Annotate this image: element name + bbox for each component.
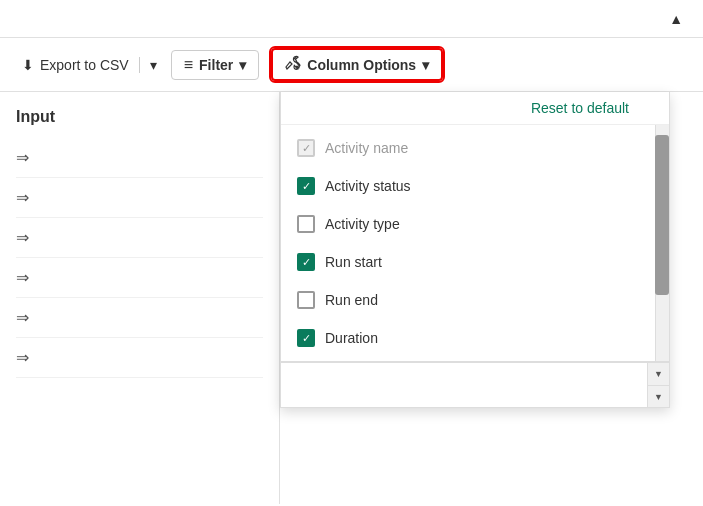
option-duration[interactable]: ✓ Duration xyxy=(281,319,669,357)
column-options-label: Column Options xyxy=(307,57,416,73)
scrollbar-track xyxy=(655,125,669,361)
row-icon: ⇒ xyxy=(16,308,29,327)
check-icon: ✓ xyxy=(302,332,311,345)
left-panel: Input ⇒ ⇒ ⇒ ⇒ ⇒ ⇒ xyxy=(0,92,280,504)
option-label: Activity status xyxy=(325,178,411,194)
checkbox-run-start[interactable]: ✓ xyxy=(297,253,315,271)
export-chevron-icon: ▾ xyxy=(150,57,157,73)
checkbox-run-end[interactable] xyxy=(297,291,315,309)
option-run-end[interactable]: Run end xyxy=(281,281,669,319)
scroll-down-arrow-icon[interactable]: ▼ xyxy=(647,363,669,385)
column-options-button[interactable]: Column Options ▾ xyxy=(271,48,443,81)
checkbox-activity-name[interactable]: ✓ xyxy=(297,139,315,157)
export-button[interactable]: ⬇ Export to CSV ▾ xyxy=(16,53,163,77)
option-activity-name[interactable]: ✓ Activity name xyxy=(281,129,669,167)
option-run-start[interactable]: ✓ Run start xyxy=(281,243,669,281)
list-item: ⇒ xyxy=(16,218,263,258)
row-icon: ⇒ xyxy=(16,268,29,287)
options-list: ✓ Activity name ✓ Activity status Activi… xyxy=(281,125,669,361)
reset-to-default-link[interactable]: Reset to default xyxy=(281,92,669,125)
column-options-chevron-icon: ▾ xyxy=(422,57,429,73)
list-item: ⇒ xyxy=(16,338,263,378)
row-icon: ⇒ xyxy=(16,348,29,367)
list-item: ⇒ xyxy=(16,178,263,218)
option-activity-status[interactable]: ✓ Activity status xyxy=(281,167,669,205)
option-label: Run start xyxy=(325,254,382,270)
content-area: Input ⇒ ⇒ ⇒ ⇒ ⇒ ⇒ Reset to default ✓ Act… xyxy=(0,92,703,504)
check-icon: ✓ xyxy=(302,256,311,269)
filter-label: Filter xyxy=(199,57,233,73)
input-label: Input xyxy=(16,108,263,126)
list-item: ⇒ xyxy=(16,138,263,178)
scroll-down-arrow-2-icon[interactable]: ▼ xyxy=(647,385,669,407)
chevron-up-icon[interactable]: ▲ xyxy=(669,11,683,27)
wrench-icon xyxy=(285,55,301,74)
list-item: ⇒ xyxy=(16,298,263,338)
row-icon: ⇒ xyxy=(16,188,29,207)
list-item: ⇒ xyxy=(16,258,263,298)
filter-icon: ≡ xyxy=(184,56,193,74)
filter-chevron-icon: ▾ xyxy=(239,57,246,73)
toolbar: ⬇ Export to CSV ▾ ≡ Filter ▾ Column Opti… xyxy=(0,38,703,92)
option-label: Activity name xyxy=(325,140,408,156)
checkbox-activity-type[interactable] xyxy=(297,215,315,233)
column-options-dropdown: Reset to default ✓ Activity name ✓ Activ… xyxy=(280,92,670,408)
check-icon: ✓ xyxy=(302,180,311,193)
option-label: Duration xyxy=(325,330,378,346)
option-activity-type[interactable]: Activity type xyxy=(281,205,669,243)
filter-button[interactable]: ≡ Filter ▾ xyxy=(171,50,260,80)
checkbox-duration[interactable]: ✓ xyxy=(297,329,315,347)
row-icon: ⇒ xyxy=(16,148,29,167)
export-icon: ⬇ xyxy=(22,57,34,73)
divider xyxy=(139,57,140,73)
option-label: Run end xyxy=(325,292,378,308)
check-icon: ✓ xyxy=(302,142,311,155)
scrollbar-thumb[interactable] xyxy=(655,135,669,295)
row-icon: ⇒ xyxy=(16,228,29,247)
checkbox-activity-status[interactable]: ✓ xyxy=(297,177,315,195)
export-label: Export to CSV xyxy=(40,57,129,73)
option-label: Activity type xyxy=(325,216,400,232)
